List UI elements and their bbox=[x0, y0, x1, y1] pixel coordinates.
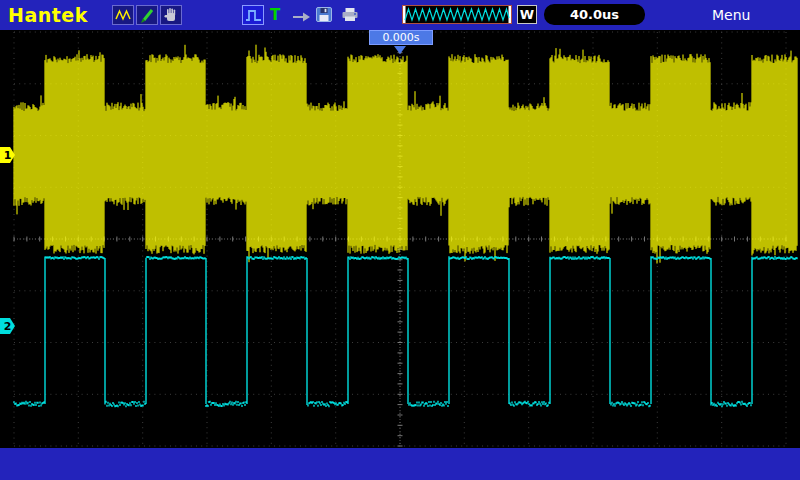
timebase-readout: 40.0us bbox=[544, 4, 645, 25]
hand-glyph bbox=[163, 7, 179, 23]
hand-icon[interactable] bbox=[160, 5, 182, 25]
pulse-glyph bbox=[245, 8, 262, 22]
graticule-area bbox=[0, 30, 800, 448]
menu-button[interactable]: Menu bbox=[712, 7, 750, 23]
top-bar: Hantek T bbox=[0, 0, 800, 30]
brand-logo: Hantek bbox=[8, 4, 88, 26]
pencil-glyph bbox=[139, 7, 156, 23]
printer-glyph bbox=[341, 7, 359, 22]
arrow-glyph bbox=[291, 11, 311, 23]
trigger-status-icon: T bbox=[270, 6, 280, 24]
floppy-glyph bbox=[316, 7, 332, 22]
oscilloscope-ui: Hantek T bbox=[0, 0, 800, 480]
window-mode-badge: W bbox=[517, 5, 537, 24]
trigger-position-marker[interactable] bbox=[394, 46, 406, 60]
pencil-icon[interactable] bbox=[136, 5, 158, 25]
preview-zigzag bbox=[403, 6, 511, 23]
trigger-time-label[interactable]: 0.000s bbox=[369, 30, 433, 45]
waveform-window-preview[interactable] bbox=[402, 5, 512, 24]
printer-icon[interactable] bbox=[341, 7, 359, 26]
waveform-plot bbox=[0, 30, 800, 448]
save-icon[interactable] bbox=[316, 7, 332, 26]
waveform-icon[interactable] bbox=[112, 5, 134, 25]
status-bar: AC 272mV AC 20 2.36V EXT -608mV 10.000KH… bbox=[0, 448, 800, 480]
waveform-icon-glyph bbox=[115, 8, 132, 22]
pulse-trigger-icon[interactable] bbox=[242, 5, 264, 25]
run-arrow-icon[interactable] bbox=[291, 8, 311, 27]
